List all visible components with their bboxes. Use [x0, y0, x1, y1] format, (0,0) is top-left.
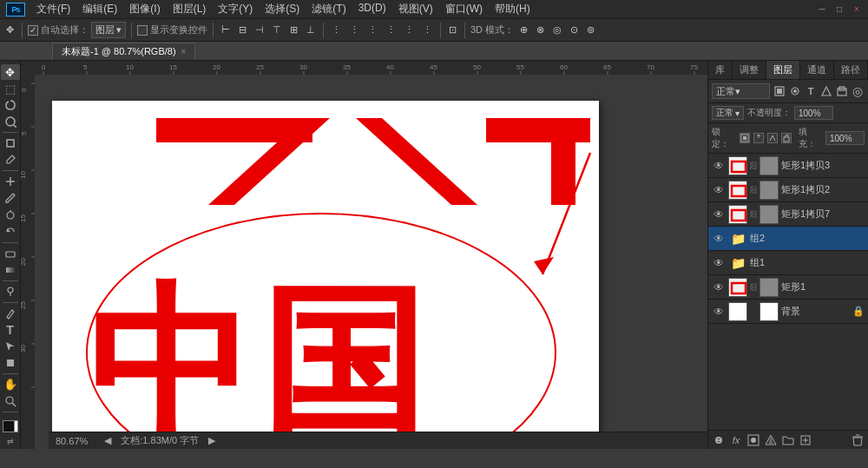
layer-row[interactable]: 👁 背景 🔒 — [708, 300, 868, 324]
layer-visibility-toggle[interactable]: 👁 — [712, 208, 726, 221]
layer-type-dropdown[interactable]: 正常 ▾ — [712, 83, 770, 99]
3d-icon1[interactable]: ⊕ — [517, 21, 530, 40]
maximize-button[interactable]: □ — [832, 3, 847, 16]
layer-row[interactable]: 👁 ⛓ 矩形1 — [708, 275, 868, 300]
layer-row[interactable]: 👁 ⛓ 矩形1拷贝3 — [708, 154, 868, 178]
menu-help[interactable]: 帮助(H) — [490, 0, 536, 18]
filter-shape-icon[interactable] — [819, 84, 833, 98]
filter-pixel-icon[interactable] — [773, 84, 786, 98]
tool-hand[interactable]: ✋ — [1, 377, 20, 392]
lock-pixel-check[interactable] — [740, 133, 750, 143]
menu-view[interactable]: 视图(V) — [393, 0, 438, 18]
layer-visibility-toggle[interactable]: 👁 — [712, 280, 726, 294]
canvas-area[interactable]: 中国 80.67% — [35, 75, 707, 449]
blend-mode-dropdown[interactable]: 正常 ▾ — [712, 106, 744, 120]
tool-brush[interactable] — [1, 190, 20, 206]
panel-tab-adjustments[interactable]: 调整 — [733, 61, 766, 79]
toolbar-move-icon[interactable]: ✥ — [3, 21, 16, 40]
status-arrow-right[interactable]: ▶ — [206, 435, 218, 446]
align-bottom-icon[interactable]: ⊥ — [304, 21, 318, 40]
filter-type-icon[interactable]: T — [804, 84, 818, 98]
layer-visibility-toggle[interactable]: 👁 — [712, 305, 726, 319]
tool-dodge[interactable] — [1, 284, 20, 300]
3d-icon2[interactable]: ⊗ — [534, 21, 547, 40]
distribute-right-icon[interactable]: ⋮ — [365, 21, 380, 40]
tool-lasso[interactable] — [1, 97, 20, 113]
distribute-top-icon[interactable]: ⋮ — [384, 21, 398, 40]
tool-path-select[interactable] — [1, 339, 20, 354]
filter-adjust-icon[interactable] — [788, 84, 802, 98]
tool-heal[interactable] — [1, 174, 20, 189]
tool-pen[interactable] — [1, 306, 20, 321]
panel-tab-library[interactable]: 库 — [708, 61, 733, 79]
layer-mask-icon[interactable] — [746, 433, 760, 447]
lock-all-check[interactable] — [781, 133, 792, 143]
tool-gradient[interactable] — [1, 262, 20, 278]
menu-type[interactable]: 文字(Y) — [213, 0, 258, 18]
tool-history-brush[interactable] — [1, 224, 20, 240]
color-swatches[interactable] — [1, 419, 20, 434]
tool-shape[interactable] — [1, 355, 20, 371]
tool-type[interactable]: T — [1, 322, 20, 338]
show-transform-checkbox[interactable]: 显示变换控件 — [137, 23, 207, 36]
layer-link-icon[interactable] — [712, 433, 726, 447]
align-right-icon[interactable]: ⊣ — [253, 21, 266, 40]
layer-delete-icon[interactable] — [851, 433, 865, 447]
lock-artboard-check[interactable] — [767, 133, 778, 143]
fill-value[interactable]: 100% — [825, 131, 865, 145]
layer-row[interactable]: 👁 📁 组1 — [708, 251, 868, 275]
layer-row[interactable]: 👁 ⛓ 矩形1拷贝2 — [708, 178, 868, 202]
layer-visibility-toggle[interactable]: 👁 — [712, 256, 726, 270]
layer-fx-icon[interactable]: fx — [729, 433, 743, 447]
layer-new-icon[interactable] — [799, 433, 812, 447]
panel-tab-channels[interactable]: 通道 — [800, 61, 834, 79]
close-button[interactable]: × — [849, 3, 865, 16]
auto-select-check[interactable]: ✓ — [28, 25, 38, 36]
lock-position-check[interactable] — [753, 133, 764, 143]
tool-quick-select[interactable] — [1, 114, 20, 129]
filter-toggle[interactable]: ◎ — [851, 84, 865, 98]
distribute-bottom-icon[interactable]: ⋮ — [420, 21, 435, 40]
tool-crop[interactable] — [1, 135, 20, 151]
layer-row[interactable]: 👁 ⛓ 矩形1拷贝7 — [708, 202, 868, 227]
align-top-icon[interactable]: ⊤ — [270, 21, 284, 40]
3d-icon4[interactable]: ⊙ — [568, 21, 581, 40]
panel-tab-paths[interactable]: 路径 — [834, 61, 868, 79]
menu-3d[interactable]: 3D(D) — [353, 0, 391, 18]
layer-visibility-toggle[interactable]: 👁 — [712, 183, 726, 197]
tool-rect-select[interactable]: ⬚ — [1, 81, 20, 96]
minimize-button[interactable]: ─ — [814, 3, 830, 16]
menu-layer[interactable]: 图层(L) — [168, 0, 212, 18]
status-arrow-left[interactable]: ◀ — [102, 435, 114, 446]
menu-edit[interactable]: 编辑(E) — [77, 0, 122, 18]
tool-clone[interactable] — [1, 208, 20, 223]
tool-zoom[interactable] — [1, 393, 20, 409]
auto-select-checkbox[interactable]: ✓ 自动选择： 图层 ▾ — [28, 22, 126, 38]
canvas-tab[interactable]: 未标题-1 @ 80.7%(RGB/8) × — [52, 43, 195, 60]
tool-eyedropper[interactable] — [1, 152, 20, 168]
3d-icon5[interactable]: ⊚ — [584, 21, 597, 40]
align-center-v-icon[interactable]: ⊞ — [287, 21, 300, 40]
layer-row[interactable]: 👁 📁 组2 — [708, 227, 868, 251]
tool-move[interactable]: ✥ — [1, 64, 20, 80]
distribute-left-icon[interactable]: ⋮ — [329, 21, 344, 40]
layer-folder-new-icon[interactable] — [781, 433, 795, 447]
menu-image[interactable]: 图像(I) — [124, 0, 165, 18]
align-left-icon[interactable]: ⊢ — [219, 21, 233, 40]
menu-window[interactable]: 窗口(W) — [440, 0, 488, 18]
layer-visibility-toggle[interactable]: 👁 — [712, 232, 726, 246]
align-center-h-icon[interactable]: ⊟ — [236, 21, 249, 40]
filter-smart-icon[interactable] — [835, 84, 849, 98]
show-transform-check[interactable] — [137, 25, 148, 36]
auto-select-dropdown[interactable]: 图层 ▾ — [91, 22, 126, 38]
opacity-value[interactable]: 100% — [794, 106, 833, 120]
menu-filter[interactable]: 滤镜(T) — [306, 0, 351, 18]
distribute-center-h-icon[interactable]: ⋮ — [347, 21, 362, 40]
menu-select[interactable]: 选择(S) — [260, 0, 305, 18]
3d-icon3[interactable]: ◎ — [550, 21, 564, 40]
layer-visibility-toggle[interactable]: 👁 — [712, 159, 726, 173]
layer-adjustment-icon[interactable] — [764, 433, 778, 447]
tool-eraser[interactable] — [1, 246, 20, 261]
auto-align-icon[interactable]: ⊡ — [446, 21, 459, 40]
tab-close-button[interactable]: × — [181, 47, 187, 56]
